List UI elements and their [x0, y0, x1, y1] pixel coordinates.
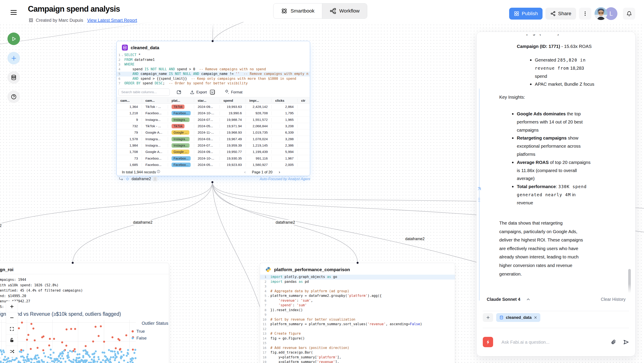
add-context-button[interactable] — [483, 313, 493, 322]
scatter-point-false — [56, 362, 58, 363]
context-chip-cleaned-data[interactable]: cleaned_data — [496, 313, 540, 322]
top-header: Campaign spend analysis Created by Marc … — [0, 0, 644, 22]
table-row[interactable]: 1,364TikTok - ...TikTok2024-09...19,993.… — [117, 104, 310, 110]
add-node-button[interactable] — [8, 52, 20, 64]
header-actions: Publish Share — [509, 7, 635, 20]
table-row[interactable]: 1,218Faceboo...Faceboo...2024-10-...19,9… — [117, 110, 310, 117]
sql-code-editor[interactable]: 1⌄SELECT *2FROM dataframe13WHERE4 spend … — [117, 53, 310, 86]
code-line: 15 — [260, 341, 455, 346]
column-header[interactable]: cam... — [117, 97, 142, 104]
plot-legend[interactable]: Outlier Status True False — [130, 321, 168, 342]
plot-gridline-horizontal — [0, 341, 136, 341]
code-line: 6 'revenue': 'sum', — [260, 298, 455, 303]
help-button[interactable] — [8, 91, 20, 103]
menu-icon[interactable] — [10, 10, 17, 15]
column-header[interactable]: impr... — [246, 97, 272, 104]
fit-view-icon — [10, 326, 14, 331]
share-button[interactable]: Share — [546, 8, 576, 20]
run-workflow-button[interactable] — [8, 33, 20, 45]
table-row[interactable]: 1,685Faceboo...Faceboo...2024-05...19,92… — [117, 162, 310, 168]
node-platform-performance-comparison[interactable]: platform_performance_comparison 1import … — [260, 263, 455, 363]
scatter-point-false — [34, 357, 36, 359]
edge-label-dataframe2-platform: dataframe2 — [275, 220, 296, 225]
panel-divider — [483, 311, 629, 311]
export-options-button[interactable] — [210, 90, 215, 95]
table-row[interactable]: 9Instagra...Instagra...2024-07...19,988.… — [117, 117, 310, 123]
attachment-icon[interactable] — [610, 339, 616, 345]
panel-scrollbar[interactable] — [628, 269, 631, 293]
code-line: 18 y=platform_summary['platform'], — [260, 355, 455, 360]
table-row[interactable]: 1,984Instagra...Instagra...2024-07...19,… — [117, 142, 310, 149]
ask-question-input[interactable] — [502, 339, 608, 345]
more-options-button[interactable] — [579, 8, 591, 20]
search-input[interactable] — [118, 89, 170, 96]
unpin-icon[interactable] — [477, 186, 482, 192]
column-header[interactable]: ctr — [298, 97, 310, 104]
legend-item-true[interactable]: True — [130, 329, 168, 334]
prev-page-button[interactable]: ‹ — [244, 170, 246, 174]
output-dataframe-chip[interactable]: dataframe2 — [118, 176, 157, 181]
table-row[interactable]: 79Google A...Google ...2024-11-...19,968… — [117, 129, 310, 136]
cleaned-data-source-handle[interactable] — [212, 181, 214, 183]
scatter-point-false — [27, 353, 29, 355]
scatter-point-false — [62, 358, 64, 360]
send-icon[interactable] — [623, 339, 629, 345]
table-row[interactable]: 1,708Google A...Google ...2024-09...19,9… — [117, 149, 310, 155]
campaign-roi-target-handle[interactable] — [72, 262, 74, 264]
tab-workflow[interactable]: Workflow — [322, 4, 367, 19]
next-page-button[interactable]: › — [278, 170, 280, 174]
platform-target-handle[interactable] — [357, 262, 359, 264]
table-row[interactable]: 73Faceboo...Faceboo...2024-10-...19,930.… — [117, 155, 310, 162]
table-cell: 732 — [117, 123, 142, 129]
data-sources-button[interactable] — [8, 71, 20, 84]
legend-item-false[interactable]: False — [130, 336, 168, 340]
edge-label-dataframe2-right: dataframe2 — [404, 236, 426, 241]
table-cell: 2024-05... — [194, 123, 220, 129]
clear-history-button[interactable]: Clear History — [601, 297, 626, 302]
table-cell — [298, 136, 310, 142]
cleaned-data-target-handle[interactable] — [212, 40, 214, 42]
table-row[interactable]: 1,578Instagra...Instagra...2024-03...19,… — [117, 136, 310, 142]
column-header[interactable]: clicks — [272, 97, 298, 104]
close-icon[interactable] — [534, 316, 537, 319]
publish-button[interactable]: Publish — [509, 8, 542, 20]
zoom-out-button[interactable] — [6, 312, 18, 323]
fit-view-button[interactable] — [6, 323, 18, 335]
tab-smartbook[interactable]: Smartbook — [274, 4, 322, 19]
chevron-up-icon[interactable] — [526, 297, 530, 302]
scatter-point-false — [1, 351, 3, 353]
table-cell: Instagra... — [142, 136, 168, 142]
table-cell: 1,078,024 — [246, 136, 272, 142]
table-cell: 2024-09... — [194, 104, 220, 110]
format-button[interactable]: Format — [224, 90, 242, 95]
auto-layout-button[interactable] — [6, 346, 18, 357]
sql-cylinder-icon: SQL — [122, 45, 128, 51]
expand-table-button[interactable] — [176, 90, 182, 95]
column-header[interactable]: star... — [194, 97, 220, 104]
scatter-plot[interactable]: Outlier Status True False — [0, 318, 169, 363]
view-report-link[interactable]: View Latest Smart Report — [87, 18, 137, 23]
model-selector[interactable]: Claude Sonnet 4 — [487, 297, 520, 302]
sql-table-icon — [499, 315, 504, 320]
python-code-editor[interactable]: 1import plotly.graph_objects as go2impor… — [260, 275, 455, 363]
node-cleaned-data[interactable]: SQL cleaned_data 1⌄SELECT *2FROM datafra… — [116, 41, 310, 176]
zoom-in-button[interactable] — [6, 301, 18, 312]
dataframe-drag-handle[interactable] — [153, 176, 157, 181]
export-button[interactable]: Export — [190, 90, 207, 95]
node-campaign-roi-header: campaign_roi — [0, 263, 169, 275]
avatar-photo[interactable] — [594, 7, 607, 20]
notifications-button[interactable] — [623, 8, 635, 20]
scatter-point-false — [76, 359, 78, 361]
table-row[interactable]: 732TikTok - ...TikTok2024-05...19,971.94… — [117, 123, 310, 129]
column-header[interactable]: plat... — [168, 97, 194, 104]
column-header[interactable]: cam... — [142, 97, 168, 104]
column-header[interactable]: spend — [220, 97, 246, 104]
lock-toggle-button[interactable] — [6, 335, 18, 346]
result-table: cam...cam...plat...star...spendimpr...cl… — [117, 97, 310, 168]
message-drag-handle[interactable] — [478, 197, 480, 203]
legend-true-label: True — [136, 329, 145, 334]
table-cell: Faceboo... — [142, 162, 168, 168]
legend-title: Outlier Status — [142, 321, 168, 326]
table-cell — [298, 123, 310, 129]
node-campaign-roi[interactable]: campaign_roi Original campaigns: 1944 Ca… — [0, 263, 169, 363]
